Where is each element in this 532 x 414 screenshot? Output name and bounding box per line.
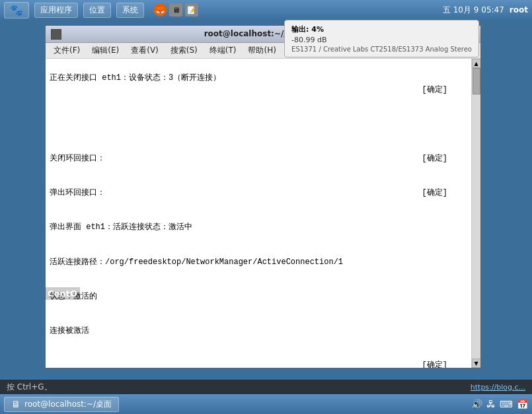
- taskbar-bottom: 🖥 root@localhost:~/桌面 🔊 🖧 ⌨ 📅: [0, 394, 532, 414]
- system-label: 系统: [122, 5, 138, 16]
- menu-view[interactable]: 查看(V): [126, 44, 164, 57]
- line-6: 活跃连接路径：/org/freedesktop/NetworkManager/A…: [50, 258, 343, 267]
- tray-icon-3[interactable]: ⌨: [500, 399, 513, 409]
- volume-device: ES1371 / Creative Labs CT2518/ES1373 Ana…: [291, 46, 472, 53]
- system-button[interactable]: 系统: [116, 3, 144, 18]
- firefox-icon[interactable]: 🦊: [153, 3, 167, 17]
- tray-icon-2[interactable]: 🖧: [486, 399, 496, 409]
- taskbar-user: root: [510, 5, 528, 15]
- terminal-window-icon: [51, 29, 61, 40]
- scrollbar-track[interactable]: [472, 68, 480, 359]
- app-menu-icon[interactable]: 🐾: [4, 2, 29, 18]
- tray-icon-1[interactable]: 🔊: [471, 399, 482, 409]
- menu-file[interactable]: 文件(F): [48, 44, 85, 57]
- taskbar-left: 🐾 应用程序 位置 系统 🦊 🖥 📝: [4, 2, 198, 18]
- terminal-output[interactable]: 正在关闭接口 eth1：设备状态：3（断开连接） [确定] 关闭环回接口：[确定…: [46, 59, 471, 368]
- window-taskbar-label: root@localhost:~/桌面: [24, 399, 112, 410]
- menu-edit[interactable]: 编辑(E): [87, 44, 124, 57]
- apps-label: 应用程序: [40, 5, 72, 16]
- line-8: 连接被激活: [50, 326, 89, 335]
- network-icon[interactable]: 🖥: [169, 3, 182, 17]
- menu-help[interactable]: 帮助(H): [243, 44, 281, 57]
- line-5: 弹出界面 eth1：活跃连接状态：激活中: [50, 223, 192, 232]
- position-button[interactable]: 位置: [83, 3, 111, 18]
- scroll-up-button[interactable]: ▲: [472, 59, 481, 68]
- terminal-content: 正在关闭接口 eth1：设备状态：3（断开连接） [确定] 关闭环回接口：[确定…: [46, 59, 480, 368]
- scroll-down-button[interactable]: ▼: [472, 359, 481, 368]
- edit-icon[interactable]: 📝: [185, 3, 198, 17]
- tray-icon-4[interactable]: 📅: [517, 399, 528, 409]
- taskbar-right: 五 10月 9 05:47 root: [443, 5, 528, 16]
- volume-db: -80.99 dB: [291, 36, 472, 44]
- taskbar-bottom-right: 🔊 🖧 ⌨ 📅: [471, 399, 528, 409]
- taskbar-top: 🐾 应用程序 位置 系统 🦊 🖥 📝 五 10月 9 05:47 root: [0, 0, 532, 20]
- centos-label: CentO: [45, 287, 80, 300]
- menu-search[interactable]: 搜索(S): [165, 44, 203, 57]
- window-taskbar-button[interactable]: 🖥 root@localhost:~/桌面: [4, 397, 119, 412]
- confirm-1: [确定]: [422, 85, 467, 96]
- line-3: 关闭环回接口：: [50, 154, 105, 163]
- line-4: 弹出环回接口：: [50, 188, 105, 197]
- scrollbar[interactable]: ▲ ▼: [471, 59, 480, 368]
- taskbar-time: 五 10月 9 05:47: [443, 5, 504, 16]
- menu-terminal[interactable]: 终端(T): [204, 44, 242, 57]
- scrollbar-thumb[interactable]: [473, 68, 480, 94]
- hint-link: https://blog.c...: [471, 383, 525, 392]
- line-1: 正在关闭接口 eth1：设备状态：3（断开连接）: [50, 73, 221, 83]
- terminal-window: root@localhost:~/桌面 _ □ ✕ 文件(F) 编辑(E) 查看…: [45, 25, 481, 368]
- volume-title: 输出: 4%: [291, 24, 472, 34]
- volume-popup: 输出: 4% -80.99 dB ES1371 / Creative Labs …: [284, 20, 479, 57]
- position-label: 位置: [89, 5, 105, 16]
- apps-button[interactable]: 应用程序: [34, 3, 78, 18]
- hint-text: 按 Ctrl+G。: [7, 382, 52, 393]
- hint-bar: 按 Ctrl+G。 https://blog.c...: [0, 380, 532, 394]
